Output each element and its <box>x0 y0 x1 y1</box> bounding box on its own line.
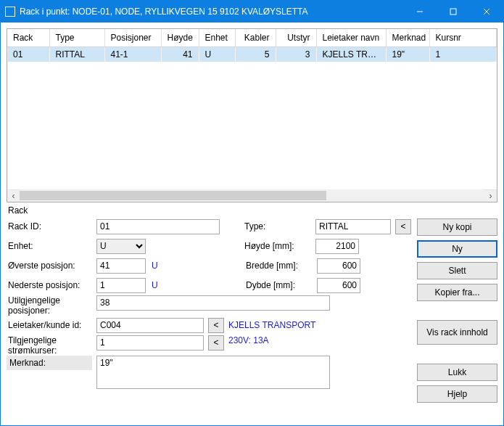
lukk-button[interactable]: Lukk <box>417 364 497 381</box>
table-row[interactable]: 01 RITTAL 41-1 41 U 5 3 KJELLS TRAN... 1… <box>7 47 497 62</box>
cell-kursnr: 1 <box>429 47 497 62</box>
label-hoyde: Høyde [mm]: <box>244 241 311 251</box>
label-utilgjengelige: Utilgjengelige posisjoner: <box>7 295 92 316</box>
cell-rack: 01 <box>7 47 49 62</box>
app-icon <box>5 7 15 17</box>
titlebar: Rack i punkt: NODE-01, NODE, RYLLIKVEGEN… <box>1 1 503 22</box>
svg-rect-1 <box>450 9 456 15</box>
chevron-left-icon: < <box>213 320 218 330</box>
hjelp-button[interactable]: Hjelp <box>417 385 497 403</box>
col-type[interactable]: Type <box>49 29 104 46</box>
col-enhet[interactable]: Enhet <box>199 29 235 46</box>
rack-id-input[interactable] <box>96 219 220 234</box>
stromkurs-picker-button[interactable]: < <box>208 335 224 351</box>
ny-kopi-button[interactable]: Ny kopi <box>417 218 497 236</box>
type-picker-button[interactable]: < <box>395 219 411 234</box>
enhet-select[interactable]: U <box>96 239 146 254</box>
close-button[interactable] <box>470 1 503 22</box>
label-dybde: Dybde [mm]: <box>246 280 313 290</box>
rack-grid[interactable]: Rack Type Posisjoner Høyde Enhet Kabler … <box>7 28 497 202</box>
cell-type: RITTAL <box>49 47 104 62</box>
cell-posisjoner: 41-1 <box>104 47 161 62</box>
hoyde-input[interactable] <box>315 239 359 254</box>
col-hoyde[interactable]: Høyde <box>161 29 199 46</box>
unit-nederste: U <box>152 280 163 290</box>
chevron-left-icon: < <box>400 221 405 232</box>
scroll-left-icon[interactable]: ‹ <box>7 189 20 202</box>
cell-utstyr: 3 <box>276 47 316 62</box>
grid-hscroll[interactable]: ‹ › <box>7 189 497 202</box>
cell-enhet: U <box>199 47 235 62</box>
bredde-input[interactable] <box>317 258 360 274</box>
label-bredde: Bredde [mm]: <box>246 261 313 271</box>
col-merknad[interactable]: Merknad <box>386 29 429 46</box>
col-kabler[interactable]: Kabler <box>235 29 276 46</box>
merknad-textarea[interactable]: 19" <box>96 356 330 389</box>
label-overste: Øverste posisjon: <box>7 261 92 271</box>
vis-rack-innhold-button[interactable]: Vis rack innhold <box>417 320 497 345</box>
unit-overste: U <box>152 261 163 271</box>
section-rack-label: Rack <box>8 205 497 216</box>
type-input[interactable] <box>315 219 391 234</box>
minimize-button[interactable] <box>403 1 437 22</box>
window-title: Rack i punkt: NODE-01, NODE, RYLLIKVEGEN… <box>20 7 403 17</box>
strom-hint: 230V: 13A <box>228 335 269 345</box>
label-type: Type: <box>244 221 311 232</box>
kopier-fra-button[interactable]: Kopier fra... <box>417 284 497 301</box>
label-merknad: Merknad: <box>7 356 92 370</box>
label-nederste: Nederste posisjon: <box>7 280 92 290</box>
maximize-button[interactable] <box>437 1 470 22</box>
scroll-right-icon[interactable]: › <box>484 189 497 202</box>
label-leietaker: Leietaker/kunde id: <box>7 320 92 330</box>
label-stromkurser: Tilgjengelige strømkurser: <box>7 335 92 356</box>
scroll-track[interactable] <box>20 189 484 202</box>
stromkurs-input[interactable] <box>96 335 204 351</box>
col-posisjoner[interactable]: Posisjoner <box>104 29 161 46</box>
label-rack-id: Rack ID: <box>7 221 92 232</box>
col-rack[interactable]: Rack <box>7 29 49 46</box>
col-utstyr[interactable]: Utstyr <box>276 29 316 46</box>
leietaker-picker-button[interactable]: < <box>208 318 224 333</box>
cell-hoyde: 41 <box>161 47 199 62</box>
slett-button[interactable]: Slett <box>417 262 497 279</box>
leietaker-input[interactable] <box>96 318 204 333</box>
dybde-input[interactable] <box>317 278 360 293</box>
nederste-input[interactable] <box>96 278 146 293</box>
cell-leietaker: KJELLS TRAN... <box>316 47 386 62</box>
chevron-left-icon: < <box>213 337 218 348</box>
cell-merknad: 19" <box>386 47 429 62</box>
label-enhet: Enhet: <box>7 241 92 251</box>
leietaker-name-link[interactable]: KJELLS TRANSPORT <box>228 320 315 330</box>
grid-header-row[interactable]: Rack Type Posisjoner Høyde Enhet Kabler … <box>7 29 497 46</box>
cell-kabler: 5 <box>235 47 276 62</box>
col-kursnr[interactable]: Kursnr <box>429 29 497 46</box>
col-leietaker[interactable]: Leietaker navn <box>316 29 386 46</box>
ny-button[interactable]: Ny <box>417 240 497 258</box>
utilgjengelige-input[interactable] <box>96 295 330 311</box>
overste-input[interactable] <box>96 258 146 274</box>
scroll-thumb[interactable] <box>20 191 326 200</box>
